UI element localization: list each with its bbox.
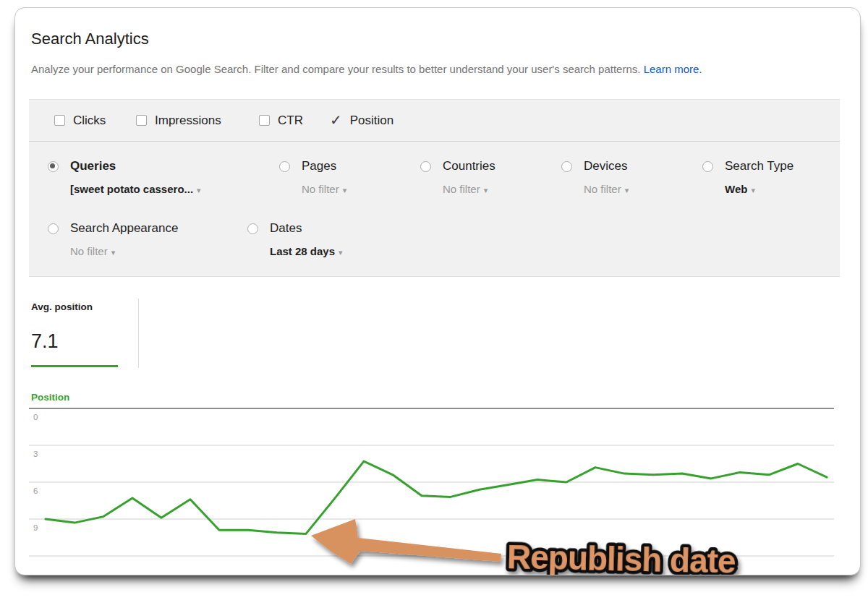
radio-button[interactable] <box>420 161 431 172</box>
svg-text:9: 9 <box>33 523 38 532</box>
dimension-label: Search Type <box>725 159 793 173</box>
metric-clicks[interactable]: ✓ Clicks <box>54 100 106 141</box>
dimension-search-appearance[interactable]: Search Appearance No filter▾ <box>48 221 178 257</box>
metric-label: Position <box>350 113 393 128</box>
dimension-label: Queries <box>70 159 201 173</box>
radio-button[interactable] <box>279 161 290 172</box>
radio-button[interactable] <box>48 223 59 234</box>
dimension-dates[interactable]: Dates Last 28 days▾ <box>247 221 343 257</box>
filter-dropdown[interactable]: No filter▾ <box>70 245 178 257</box>
svg-text:3: 3 <box>33 450 38 458</box>
svg-text:0: 0 <box>33 413 38 421</box>
filter-dropdown[interactable]: [sweet potato cassero...▾ <box>70 183 201 195</box>
chevron-down-icon: ▾ <box>484 186 488 194</box>
avg-position-underline <box>31 365 118 367</box>
check-icon: ✓ <box>330 115 342 126</box>
avg-position-label: Avg. position <box>31 301 93 312</box>
screenshot-frame: Search Analytics Analyze your performanc… <box>14 7 861 575</box>
summary-divider <box>138 299 139 368</box>
chevron-down-icon: ▾ <box>111 248 116 257</box>
position-chart: 0369 Republish date <box>15 8 860 575</box>
chart-gridlines <box>29 408 834 556</box>
dimension-label: Search Appearance <box>70 221 178 236</box>
metric-ctr[interactable]: ✓ CTR <box>259 100 303 141</box>
dimension-countries[interactable]: Countries No filter▾ <box>420 159 495 195</box>
annotation-text: Republish date <box>506 538 736 575</box>
filter-dropdown[interactable]: No filter▾ <box>443 183 495 195</box>
metric-impressions[interactable]: ✓ Impressions <box>136 100 221 141</box>
dimension-label: Countries <box>443 159 495 173</box>
checkbox[interactable] <box>259 115 270 126</box>
radio-button[interactable] <box>702 161 713 172</box>
metric-label: Impressions <box>155 113 221 128</box>
learn-more-link[interactable]: Learn more. <box>644 63 702 75</box>
filter-dropdown[interactable]: No filter▾ <box>584 183 629 195</box>
checkbox[interactable] <box>136 115 147 126</box>
metric-label: CTR <box>278 113 303 128</box>
chevron-down-icon: ▾ <box>339 248 343 257</box>
filter-value: Web <box>725 183 747 195</box>
avg-position-value[interactable]: 7.1 <box>31 330 59 353</box>
dimension-devices[interactable]: Devices No filter▾ <box>561 159 629 195</box>
dimension-queries[interactable]: Queries [sweet potato cassero...▾ <box>48 159 201 195</box>
filter-dropdown[interactable]: Last 28 days▾ <box>270 245 343 257</box>
position-line <box>46 461 827 533</box>
dimension-search-type[interactable]: Search Type Web▾ <box>702 159 793 195</box>
metric-label: Clicks <box>73 113 106 128</box>
filter-value: No filter <box>70 245 108 257</box>
annotation-arrow <box>311 519 501 564</box>
description-text: Analyze your performance on Google Searc… <box>31 63 644 75</box>
page-description: Analyze your performance on Google Searc… <box>31 63 702 75</box>
chevron-down-icon: ▾ <box>343 186 347 194</box>
chart-y-tick-labels: 0369 <box>33 413 38 532</box>
filter-panel: ✓ Clicks ✓ Impressions ✓ CTR ✓ Position <box>29 99 840 277</box>
dimension-label: Devices <box>584 159 629 173</box>
chevron-down-icon: ▾ <box>197 186 201 194</box>
radio-button[interactable] <box>247 223 258 234</box>
dimension-label: Pages <box>302 159 346 173</box>
metric-checkbox-row: ✓ Clicks ✓ Impressions ✓ CTR ✓ Position <box>29 100 840 142</box>
chevron-down-icon: ▾ <box>751 186 755 194</box>
filter-dropdown[interactable]: No filter▾ <box>302 183 346 195</box>
filter-dropdown[interactable]: Web▾ <box>725 183 793 195</box>
dimension-label: Dates <box>270 221 343 236</box>
metric-position[interactable]: ✓ Position <box>330 100 393 141</box>
chevron-down-icon: ▾ <box>625 186 629 194</box>
filter-value: [sweet potato cassero... <box>70 183 193 195</box>
page-title: Search Analytics <box>31 30 149 48</box>
radio-button[interactable] <box>48 161 59 172</box>
chart-title: Position <box>31 392 69 403</box>
filter-value: No filter <box>302 183 339 195</box>
radio-button[interactable] <box>561 161 572 172</box>
filter-value: Last 28 days <box>270 245 335 257</box>
dimension-pages[interactable]: Pages No filter▾ <box>279 159 346 195</box>
filter-value: No filter <box>443 183 480 195</box>
svg-text:6: 6 <box>33 487 38 495</box>
checkbox[interactable] <box>54 115 65 126</box>
filter-value: No filter <box>584 183 621 195</box>
